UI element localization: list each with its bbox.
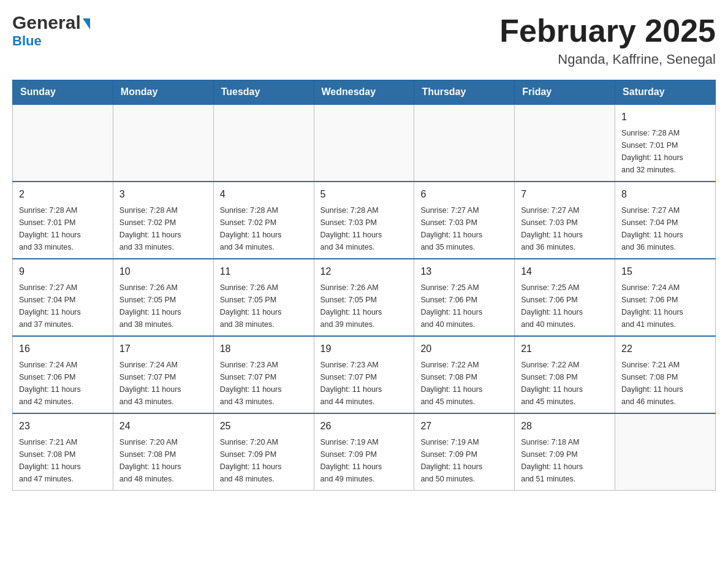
- day-number: 1: [621, 110, 709, 124]
- calendar-day-cell: 1Sunrise: 7:28 AMSunset: 7:01 PMDaylight…: [615, 104, 716, 182]
- calendar-week-row: 1Sunrise: 7:28 AMSunset: 7:01 PMDaylight…: [13, 104, 716, 182]
- day-number: 22: [621, 342, 709, 356]
- day-info-text: Sunrise: 7:26 AMSunset: 7:05 PMDaylight:…: [220, 282, 308, 331]
- day-info-text: Sunrise: 7:28 AMSunset: 7:01 PMDaylight:…: [19, 204, 107, 253]
- calendar-day-cell: [615, 413, 716, 491]
- calendar-day-cell: 8Sunrise: 7:27 AMSunset: 7:04 PMDaylight…: [615, 182, 716, 259]
- page-header: General Blue February 2025 Nganda, Kaffr…: [12, 12, 716, 67]
- calendar-day-cell: 18Sunrise: 7:23 AMSunset: 7:07 PMDayligh…: [213, 336, 314, 413]
- day-number: 19: [320, 342, 408, 356]
- day-number: 13: [420, 264, 508, 279]
- logo-triangle-icon: [83, 18, 90, 29]
- calendar-day-cell: 13Sunrise: 7:25 AMSunset: 7:06 PMDayligh…: [414, 259, 515, 336]
- calendar-week-row: 23Sunrise: 7:21 AMSunset: 7:08 PMDayligh…: [13, 413, 716, 491]
- day-number: 5: [320, 187, 408, 202]
- day-info-text: Sunrise: 7:28 AMSunset: 7:01 PMDaylight:…: [621, 127, 709, 176]
- day-info-text: Sunrise: 7:26 AMSunset: 7:05 PMDaylight:…: [320, 282, 408, 331]
- day-number: 26: [320, 419, 408, 434]
- day-info-text: Sunrise: 7:18 AMSunset: 7:09 PMDaylight:…: [521, 436, 609, 485]
- day-number: 8: [621, 187, 709, 202]
- logo-general-text: General: [12, 12, 81, 33]
- day-info-text: Sunrise: 7:25 AMSunset: 7:06 PMDaylight:…: [521, 282, 609, 331]
- day-info-text: Sunrise: 7:24 AMSunset: 7:06 PMDaylight:…: [621, 282, 709, 331]
- calendar-day-cell: 12Sunrise: 7:26 AMSunset: 7:05 PMDayligh…: [314, 259, 414, 336]
- day-info-text: Sunrise: 7:28 AMSunset: 7:02 PMDaylight:…: [119, 204, 207, 253]
- calendar-day-cell: 17Sunrise: 7:24 AMSunset: 7:07 PMDayligh…: [113, 336, 213, 413]
- day-number: 6: [420, 187, 508, 202]
- day-info-text: Sunrise: 7:25 AMSunset: 7:06 PMDaylight:…: [420, 282, 508, 331]
- calendar-day-cell: 14Sunrise: 7:25 AMSunset: 7:06 PMDayligh…: [515, 259, 615, 336]
- calendar-day-cell: [13, 104, 113, 182]
- days-of-week-row: SundayMondayTuesdayWednesdayThursdayFrid…: [13, 80, 716, 105]
- calendar-day-cell: 22Sunrise: 7:21 AMSunset: 7:08 PMDayligh…: [615, 336, 716, 413]
- calendar-day-cell: 3Sunrise: 7:28 AMSunset: 7:02 PMDaylight…: [113, 182, 213, 259]
- day-info-text: Sunrise: 7:23 AMSunset: 7:07 PMDaylight:…: [320, 359, 408, 408]
- calendar-week-row: 2Sunrise: 7:28 AMSunset: 7:01 PMDaylight…: [13, 182, 716, 259]
- day-info-text: Sunrise: 7:27 AMSunset: 7:04 PMDaylight:…: [19, 282, 107, 331]
- day-info-text: Sunrise: 7:19 AMSunset: 7:09 PMDaylight:…: [420, 436, 508, 485]
- day-info-text: Sunrise: 7:24 AMSunset: 7:07 PMDaylight:…: [119, 359, 207, 408]
- day-number: 14: [521, 264, 609, 279]
- day-number: 10: [119, 264, 207, 279]
- calendar-table: SundayMondayTuesdayWednesdayThursdayFrid…: [12, 80, 716, 491]
- day-info-text: Sunrise: 7:20 AMSunset: 7:09 PMDaylight:…: [220, 436, 308, 485]
- calendar-day-cell: [113, 104, 213, 182]
- day-of-week-header: Tuesday: [213, 80, 314, 105]
- month-title: February 2025: [499, 12, 716, 49]
- calendar-day-cell: 19Sunrise: 7:23 AMSunset: 7:07 PMDayligh…: [314, 336, 414, 413]
- calendar-day-cell: 15Sunrise: 7:24 AMSunset: 7:06 PMDayligh…: [615, 259, 716, 336]
- day-info-text: Sunrise: 7:20 AMSunset: 7:08 PMDaylight:…: [119, 436, 207, 485]
- day-info-text: Sunrise: 7:19 AMSunset: 7:09 PMDaylight:…: [320, 436, 408, 485]
- calendar-day-cell: 4Sunrise: 7:28 AMSunset: 7:02 PMDaylight…: [213, 182, 314, 259]
- calendar-day-cell: 20Sunrise: 7:22 AMSunset: 7:08 PMDayligh…: [414, 336, 515, 413]
- calendar-day-cell: 23Sunrise: 7:21 AMSunset: 7:08 PMDayligh…: [13, 413, 113, 491]
- day-number: 16: [19, 342, 107, 356]
- title-section: February 2025 Nganda, Kaffrine, Senegal: [499, 12, 716, 67]
- day-info-text: Sunrise: 7:27 AMSunset: 7:03 PMDaylight:…: [420, 204, 508, 253]
- day-info-text: Sunrise: 7:21 AMSunset: 7:08 PMDaylight:…: [621, 359, 709, 408]
- logo-blue-text: Blue: [12, 34, 42, 48]
- day-info-text: Sunrise: 7:21 AMSunset: 7:08 PMDaylight:…: [19, 436, 107, 485]
- day-info-text: Sunrise: 7:24 AMSunset: 7:06 PMDaylight:…: [19, 359, 107, 408]
- day-number: 28: [521, 419, 609, 434]
- day-number: 21: [521, 342, 609, 356]
- day-number: 3: [119, 187, 207, 202]
- day-number: 11: [220, 264, 308, 279]
- day-number: 9: [19, 264, 107, 279]
- calendar-day-cell: 24Sunrise: 7:20 AMSunset: 7:08 PMDayligh…: [113, 413, 213, 491]
- day-info-text: Sunrise: 7:26 AMSunset: 7:05 PMDaylight:…: [119, 282, 207, 331]
- calendar-day-cell: 27Sunrise: 7:19 AMSunset: 7:09 PMDayligh…: [414, 413, 515, 491]
- day-info-text: Sunrise: 7:22 AMSunset: 7:08 PMDaylight:…: [521, 359, 609, 408]
- day-info-text: Sunrise: 7:27 AMSunset: 7:04 PMDaylight:…: [621, 204, 709, 253]
- day-number: 4: [220, 187, 308, 202]
- day-of-week-header: Wednesday: [314, 80, 414, 105]
- calendar-day-cell: 25Sunrise: 7:20 AMSunset: 7:09 PMDayligh…: [213, 413, 314, 491]
- day-info-text: Sunrise: 7:23 AMSunset: 7:07 PMDaylight:…: [220, 359, 308, 408]
- calendar-week-row: 16Sunrise: 7:24 AMSunset: 7:06 PMDayligh…: [13, 336, 716, 413]
- calendar-day-cell: 28Sunrise: 7:18 AMSunset: 7:09 PMDayligh…: [515, 413, 615, 491]
- calendar-day-cell: 21Sunrise: 7:22 AMSunset: 7:08 PMDayligh…: [515, 336, 615, 413]
- calendar-week-row: 9Sunrise: 7:27 AMSunset: 7:04 PMDaylight…: [13, 259, 716, 336]
- day-number: 17: [119, 342, 207, 356]
- day-of-week-header: Monday: [113, 80, 213, 105]
- day-number: 27: [420, 419, 508, 434]
- calendar-header: SundayMondayTuesdayWednesdayThursdayFrid…: [13, 80, 716, 105]
- day-info-text: Sunrise: 7:28 AMSunset: 7:03 PMDaylight:…: [320, 204, 408, 253]
- location-text: Nganda, Kaffrine, Senegal: [499, 52, 716, 67]
- day-number: 7: [521, 187, 609, 202]
- calendar-day-cell: 10Sunrise: 7:26 AMSunset: 7:05 PMDayligh…: [113, 259, 213, 336]
- calendar-day-cell: 9Sunrise: 7:27 AMSunset: 7:04 PMDaylight…: [13, 259, 113, 336]
- calendar-day-cell: 5Sunrise: 7:28 AMSunset: 7:03 PMDaylight…: [314, 182, 414, 259]
- calendar-day-cell: 26Sunrise: 7:19 AMSunset: 7:09 PMDayligh…: [314, 413, 414, 491]
- day-number: 25: [220, 419, 308, 434]
- calendar-day-cell: [213, 104, 314, 182]
- day-number: 2: [19, 187, 107, 202]
- day-number: 12: [320, 264, 408, 279]
- calendar-day-cell: [414, 104, 515, 182]
- day-number: 24: [119, 419, 207, 434]
- day-info-text: Sunrise: 7:22 AMSunset: 7:08 PMDaylight:…: [420, 359, 508, 408]
- calendar-day-cell: 2Sunrise: 7:28 AMSunset: 7:01 PMDaylight…: [13, 182, 113, 259]
- day-of-week-header: Thursday: [414, 80, 515, 105]
- day-info-text: Sunrise: 7:27 AMSunset: 7:03 PMDaylight:…: [521, 204, 609, 253]
- day-of-week-header: Saturday: [615, 80, 716, 105]
